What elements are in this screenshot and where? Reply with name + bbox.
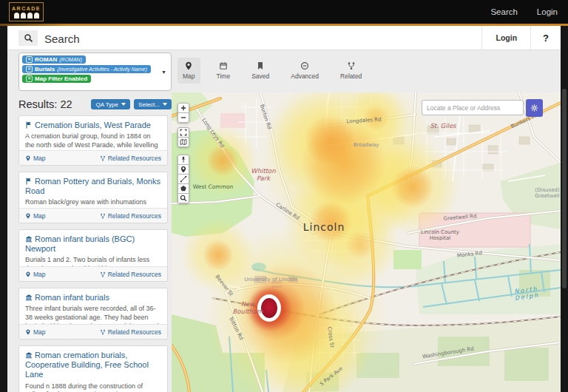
filters-dropdown-caret-icon[interactable]: ▼ xyxy=(161,70,166,75)
result-card[interactable]: Roman cremation burials, Cooperative Bui… xyxy=(18,345,168,392)
polyline-icon xyxy=(180,175,187,183)
flag-icon xyxy=(25,121,33,129)
pin-icon xyxy=(25,213,31,219)
result-related-link[interactable]: Related Resources xyxy=(100,155,161,162)
line-tool-button[interactable] xyxy=(178,174,189,184)
search-icon xyxy=(18,30,38,46)
result-related-link[interactable]: Related Resources xyxy=(100,328,161,336)
remove-filter-icon[interactable]: ✕ xyxy=(26,56,33,63)
bank-icon xyxy=(25,235,33,243)
search-icon xyxy=(180,195,187,202)
tab-map[interactable]: Map xyxy=(178,58,200,84)
pushpin-tool-button[interactable] xyxy=(178,155,189,165)
locate-settings-button[interactable] xyxy=(526,99,543,117)
zoom-controls xyxy=(178,103,189,123)
polygon-icon xyxy=(180,185,187,192)
filter-tag-burials[interactable]: ✕ Burials (Investigative Activities - Ac… xyxy=(22,65,151,73)
results-count: Results: 22 xyxy=(18,98,72,110)
result-title-link[interactable]: Roman infant burials (BGC) Newport xyxy=(25,234,161,254)
bank-icon xyxy=(25,351,33,359)
gear-icon xyxy=(530,104,538,112)
fork-icon xyxy=(100,213,106,219)
polygon-tool-button[interactable] xyxy=(178,183,189,194)
pin-icon xyxy=(180,166,187,173)
map-canvas[interactable]: Long Leys RdBurton RdLongdales RdBroadwa… xyxy=(172,92,561,392)
app-frame: Login ? ✕ ROMAN (ROMAN) ✕ Burials (Inves… xyxy=(7,26,561,392)
result-map-link[interactable]: Map xyxy=(25,271,46,278)
select-dropdown[interactable]: Select... xyxy=(134,99,172,109)
top-nav-links: Search Login xyxy=(490,0,558,24)
bank-icon xyxy=(25,294,33,301)
nav-login-link[interactable]: Login xyxy=(537,7,558,16)
result-card[interactable]: Roman infant burials Three infant burial… xyxy=(18,288,168,339)
calendar-icon xyxy=(219,61,228,70)
map-search-tool-button[interactable] xyxy=(178,193,189,203)
fork-icon xyxy=(100,329,106,335)
arcade-logo[interactable]: ARCADE xyxy=(9,2,44,21)
remove-filter-icon[interactable]: ✕ xyxy=(26,66,33,72)
remove-filter-icon[interactable]: ✕ xyxy=(26,75,33,82)
basemap-button[interactable] xyxy=(178,137,189,147)
expand-icon xyxy=(180,129,187,136)
minus-icon xyxy=(180,114,187,121)
caret-down-icon xyxy=(163,103,167,106)
view-controls xyxy=(178,127,189,147)
result-map-link[interactable]: Map xyxy=(25,212,46,220)
locate-widget xyxy=(422,100,543,117)
active-filters-panel: ✕ ROMAN (ROMAN) ✕ Burials (Investigative… xyxy=(18,53,172,91)
nav-search-link[interactable]: Search xyxy=(490,7,517,16)
zoom-out-button[interactable] xyxy=(178,112,189,123)
qa-type-dropdown[interactable]: QA Type xyxy=(91,99,130,109)
result-summary: Burials 1 and 2. Two burials of infants … xyxy=(25,256,161,266)
caret-down-icon xyxy=(121,103,126,106)
advanced-icon xyxy=(300,61,309,70)
result-title-link[interactable]: Roman infant burials xyxy=(25,293,161,303)
result-summary: Roman black/grey ware with inhumations f… xyxy=(25,198,161,208)
map-book-icon xyxy=(180,138,187,146)
tab-related[interactable]: Related xyxy=(335,58,367,84)
top-navbar: ARCADE Search Login xyxy=(0,0,568,24)
result-summary: Found n 1888 during the construction of … xyxy=(25,382,161,392)
help-button[interactable]: ? xyxy=(530,26,561,50)
global-search-input[interactable] xyxy=(43,29,460,48)
global-search-bar: Login ? xyxy=(7,26,561,50)
pin-icon xyxy=(25,155,31,161)
tab-saved[interactable]: Saved xyxy=(246,58,274,84)
result-summary: A cremation burial group, found in 1884 … xyxy=(25,132,161,150)
result-related-link[interactable]: Related Resources xyxy=(100,212,161,220)
bookmark-icon xyxy=(256,61,265,70)
result-card[interactable]: Roman Pottery and Burials, Monks Road Ro… xyxy=(18,172,168,223)
result-card[interactable]: Roman infant burials (BGC) Newport Buria… xyxy=(18,229,168,282)
result-title-link[interactable]: Roman Pottery and Burials, Monks Road xyxy=(25,177,161,196)
draw-tools xyxy=(178,155,189,203)
result-map-link[interactable]: Map xyxy=(25,328,46,336)
fullscreen-button[interactable] xyxy=(178,127,189,138)
flag-icon xyxy=(25,178,33,185)
tab-time[interactable]: Time xyxy=(212,58,236,84)
result-title-link[interactable]: Cremation Burials, West Parade xyxy=(25,121,161,130)
result-title-link[interactable]: Roman cremation burials, Cooperative Bui… xyxy=(25,351,161,380)
content-area: ✕ ROMAN (ROMAN) ✕ Burials (Investigative… xyxy=(7,50,561,392)
filter-tag-roman[interactable]: ✕ ROMAN (ROMAN) xyxy=(22,55,86,64)
pin-icon xyxy=(184,61,193,70)
locate-input[interactable] xyxy=(422,100,524,115)
page-scrollbar[interactable] xyxy=(562,89,567,288)
zoom-in-button[interactable] xyxy=(178,103,189,113)
plus-icon xyxy=(180,104,187,112)
result-card[interactable]: Cremation Burials, West Parade A cremati… xyxy=(18,115,168,166)
fork-icon xyxy=(100,155,106,161)
page: ARCADE Search Login Login ? ✕ xyxy=(0,0,568,392)
results-list: Cremation Burials, West Parade A cremati… xyxy=(18,115,168,392)
results-header: Results: 22 QA Type Select... xyxy=(18,98,172,112)
result-summary: Three infant burials were recorded, all … xyxy=(25,305,161,324)
result-related-link[interactable]: Related Resources xyxy=(100,271,161,278)
login-button[interactable]: Login xyxy=(481,26,530,50)
marker-tool-button[interactable] xyxy=(178,164,189,175)
filter-tag-map-filter[interactable]: ✕ Map Filter Enabled xyxy=(22,75,91,83)
tab-advanced[interactable]: Advanced xyxy=(285,58,324,84)
arcade-arches-icon xyxy=(14,13,39,18)
brand-name: ARCADE xyxy=(12,6,41,12)
basemap-svg xyxy=(172,92,561,392)
result-map-link[interactable]: Map xyxy=(25,155,46,162)
fork-icon xyxy=(100,271,106,277)
